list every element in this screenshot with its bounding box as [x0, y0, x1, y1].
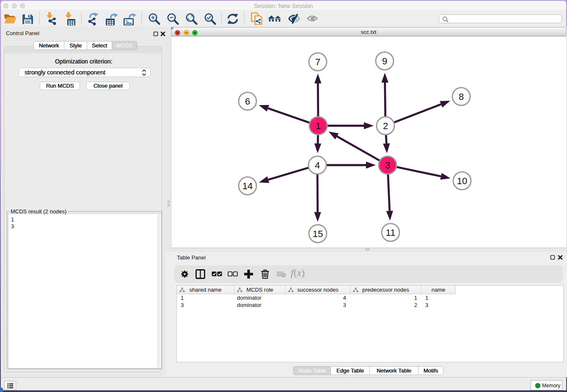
svg-text:9: 9 — [382, 56, 387, 66]
svg-text:7: 7 — [315, 57, 320, 67]
svg-text:3: 3 — [385, 160, 390, 171]
svg-text:4: 4 — [315, 160, 320, 171]
svg-text:8: 8 — [459, 91, 464, 102]
svg-text:14: 14 — [242, 181, 253, 191]
svg-text:2: 2 — [383, 121, 388, 131]
svg-text:10: 10 — [457, 176, 467, 186]
svg-text:15: 15 — [313, 229, 323, 239]
svg-text:1: 1 — [316, 121, 321, 131]
svg-text:6: 6 — [245, 96, 250, 107]
svg-text:11: 11 — [386, 227, 396, 238]
